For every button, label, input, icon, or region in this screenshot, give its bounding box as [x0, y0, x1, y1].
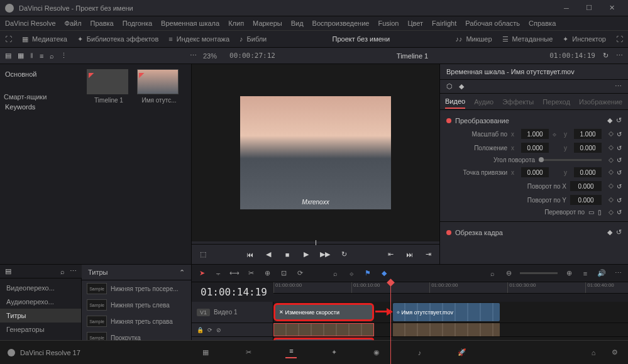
timeline-timecode[interactable]: 01:00:14:19: [192, 282, 273, 302]
tool-marker[interactable]: ◆: [379, 268, 389, 279]
flip-h-icon[interactable]: ▭: [588, 209, 594, 216]
angle-reset-icon[interactable]: ↺: [617, 157, 622, 163]
title-item-2[interactable]: SampleНижняя треть справа: [82, 313, 191, 329]
menu-trim[interactable]: Подгонка: [123, 19, 152, 27]
maximize-button[interactable]: ☐: [578, 2, 600, 14]
viewer-loop-icon[interactable]: ↻: [603, 52, 609, 60]
angle-kf-icon[interactable]: [609, 157, 614, 162]
flip-v-icon[interactable]: ▯: [598, 209, 602, 216]
tl-view-options-icon[interactable]: ≡: [580, 268, 590, 279]
v1-disable-icon[interactable]: ⊘: [216, 327, 221, 333]
scale-x-input[interactable]: [521, 129, 549, 139]
crop-reset-icon[interactable]: ↺: [616, 228, 622, 236]
close-button[interactable]: ✕: [600, 2, 623, 14]
soundlib-toggle[interactable]: ♪ Библи: [240, 35, 267, 43]
tool-link[interactable]: ⟐: [346, 268, 356, 279]
tool-flag[interactable]: ⚑: [363, 268, 373, 279]
flip-reset-icon[interactable]: ↺: [617, 209, 622, 216]
tab-image[interactable]: Изображение: [579, 96, 622, 108]
clip-thumb-timeline[interactable]: ◤ Timeline 1: [87, 69, 131, 104]
timeline-ruler[interactable]: 01:00:00:00 01:00:10:00 01:00:20:00 01:0…: [273, 282, 628, 294]
pool-thumb-icon[interactable]: ▦: [18, 52, 24, 60]
minimize-button[interactable]: ─: [555, 2, 578, 14]
pool-sort-icon[interactable]: ≡: [40, 52, 43, 60]
menu-color[interactable]: Цвет: [407, 19, 423, 27]
anchor-y-input[interactable]: [574, 167, 602, 177]
page-edit[interactable]: ≡: [285, 347, 297, 358]
tool-trim[interactable]: ⫟: [213, 268, 223, 279]
pos-x-input[interactable]: [521, 143, 549, 153]
clip-thumb-noname[interactable]: ◤ Имя отутс...: [137, 69, 181, 104]
link-icon[interactable]: ⟐: [553, 131, 560, 138]
frame-icon[interactable]: ⬚: [198, 250, 208, 260]
fx-panel-icon[interactable]: ▤: [5, 267, 11, 275]
menu-clip[interactable]: Клип: [228, 19, 244, 27]
title-item-0[interactable]: SampleНижняя треть посере...: [82, 280, 191, 297]
menu-markers[interactable]: Маркеры: [253, 19, 282, 27]
tl-zoom-out-icon[interactable]: ⊖: [504, 268, 514, 279]
transform-reset-icon[interactable]: ↺: [616, 116, 622, 124]
menu-file[interactable]: Файл: [65, 19, 82, 27]
transform-kf-icon[interactable]: ◆: [607, 116, 612, 124]
editindex-toggle[interactable]: ≡ Индекс монтажа: [168, 35, 229, 43]
settings-icon[interactable]: ⚙: [609, 347, 620, 358]
v1-auto-icon[interactable]: ⟳: [207, 327, 212, 333]
tool-dynamic[interactable]: ⟷: [229, 268, 240, 279]
tool-insert[interactable]: ⊕: [262, 268, 272, 279]
stop-button[interactable]: ■: [282, 250, 292, 260]
fx-search-icon[interactable]: ⌕: [60, 268, 65, 275]
home-icon[interactable]: ⌂: [588, 347, 599, 358]
tab-audio[interactable]: Аудио: [474, 96, 493, 108]
pool-more-icon[interactable]: ⋯: [190, 52, 197, 60]
metadata-toggle[interactable]: ☰ Метаданные: [502, 35, 553, 43]
next-frame-button[interactable]: ▶▶: [320, 250, 330, 260]
tl-zoom-slider[interactable]: [520, 272, 558, 274]
last-frame-button[interactable]: ⏭: [404, 250, 414, 260]
clip-video-2[interactable]: ⟐ Имя отутствует.mov: [393, 303, 500, 321]
v1-badge[interactable]: V1: [197, 309, 210, 316]
cat-titles[interactable]: Титры: [0, 309, 81, 323]
insp-keyframe-icon[interactable]: ◆: [459, 82, 464, 91]
scale-reset-icon[interactable]: ↺: [617, 131, 622, 138]
pos-reset-icon[interactable]: ↺: [617, 145, 622, 152]
page-fusion[interactable]: ✦: [328, 347, 339, 358]
match-frame-button[interactable]: ⇤: [385, 250, 395, 260]
page-fairlight[interactable]: ♪: [414, 347, 425, 358]
mediapool-toggle[interactable]: ▦ Медиатека: [22, 35, 67, 43]
roty-kf-icon[interactable]: [609, 197, 614, 202]
tool-replace[interactable]: ⟳: [295, 268, 305, 279]
bin-primary[interactable]: Основной: [4, 68, 78, 80]
angle-slider[interactable]: [539, 157, 544, 162]
tool-blade[interactable]: ✂: [246, 268, 256, 279]
tool-snap[interactable]: ⌕: [330, 268, 340, 279]
fxlib-toggle[interactable]: ✦ Библиотека эффектов: [77, 35, 159, 43]
bin-keywords[interactable]: Keywords: [4, 101, 78, 113]
pool-filter-icon[interactable]: ⋮: [60, 52, 67, 60]
tl-volume-icon[interactable]: 🔊: [597, 268, 607, 279]
scale-kf-icon[interactable]: [609, 131, 614, 136]
anchor-x-input[interactable]: [521, 167, 549, 177]
menu-resolve[interactable]: DaVinci Resolve: [5, 19, 56, 27]
pos-y-input[interactable]: [574, 143, 602, 153]
toggle-fullscreen[interactable]: ⛶: [5, 35, 12, 43]
rotx-input[interactable]: [570, 181, 602, 191]
tab-transition[interactable]: Переход: [543, 96, 570, 108]
page-deliver[interactable]: 🚀: [456, 347, 468, 358]
menu-view[interactable]: Вид: [291, 19, 304, 27]
clip-speed-change[interactable]: ✕ Изменение скорости: [273, 303, 374, 321]
menu-help[interactable]: Справка: [529, 19, 556, 27]
rotx-reset-icon[interactable]: ↺: [617, 183, 622, 190]
menu-fusion[interactable]: Fusion: [378, 19, 399, 27]
page-color[interactable]: ◉: [371, 347, 382, 358]
tool-overwrite[interactable]: ⊡: [278, 268, 289, 279]
tl-search-icon[interactable]: ⌕: [487, 268, 497, 279]
flip-kf-icon[interactable]: [609, 209, 614, 214]
crop-enable-icon[interactable]: [446, 230, 451, 235]
mark-out-button[interactable]: ⇥: [423, 250, 433, 260]
pool-list-icon[interactable]: ▤: [5, 52, 11, 60]
page-media[interactable]: ▦: [200, 347, 211, 358]
play-button[interactable]: ▶: [301, 250, 311, 260]
menu-timeline[interactable]: Временная шкала: [161, 19, 219, 27]
anchor-kf-icon[interactable]: [609, 170, 614, 175]
viewer-display[interactable]: Mxrenoxx: [192, 64, 439, 241]
